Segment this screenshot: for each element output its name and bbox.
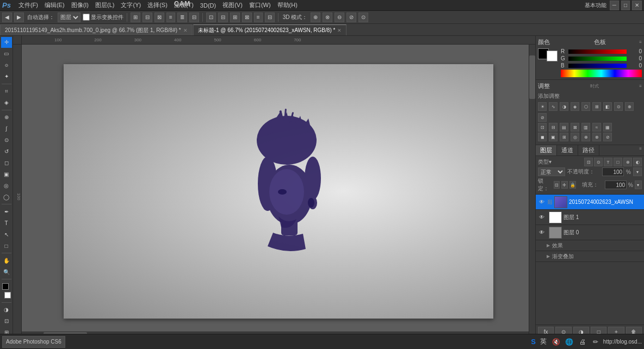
gradient-tool[interactable]: ▣	[1, 169, 12, 179]
distrib-6[interactable]: ⊟	[265, 13, 275, 22]
adj-threshold[interactable]: ⊟	[549, 123, 558, 132]
close-btn[interactable]: ✕	[632, 1, 642, 10]
adj-curves2[interactable]: ≈	[592, 123, 601, 132]
3d-btn-1[interactable]: ⊕	[311, 13, 320, 22]
distrib-3[interactable]: ⊞	[230, 13, 240, 22]
brush-tool[interactable]: ∫	[1, 123, 12, 134]
menu-view[interactable]: 视图(V)	[219, 0, 246, 10]
layer-2-visibility[interactable]: 👁	[538, 229, 546, 236]
3d-btn-4[interactable]: ⊘	[346, 13, 356, 22]
tab-paths[interactable]: 路径	[578, 145, 599, 155]
adj-curves[interactable]: ∿	[549, 102, 558, 111]
text-tool[interactable]: T	[1, 217, 12, 228]
lock-position[interactable]: ✛	[561, 181, 567, 189]
mask-mode[interactable]: ◑	[1, 304, 12, 315]
tab-channels[interactable]: 通道	[557, 145, 578, 155]
fill-arrow[interactable]: ▾	[635, 180, 642, 189]
tab-1[interactable]: 20151101195149_Aks2h.thumb.700_0.jpeg @ …	[0, 24, 193, 35]
layer-1-visibility[interactable]: 👁	[538, 214, 546, 221]
r-slider[interactable]	[568, 49, 627, 54]
adj-smart-object[interactable]: ◎	[571, 133, 579, 141]
align-mid[interactable]: ≣	[177, 13, 187, 22]
filter-shape[interactable]: □	[614, 158, 622, 166]
blur-tool[interactable]: ◎	[1, 180, 12, 191]
layer-item-0[interactable]: 👁 ⛓ 20150724002623_xAWSN	[536, 195, 644, 210]
filter-text[interactable]: T	[604, 158, 612, 166]
screen-mode[interactable]: ⊡	[1, 316, 12, 327]
tool-options-fwd[interactable]: ▶	[14, 13, 24, 22]
restore-btn[interactable]: □	[621, 1, 630, 10]
opacity-input[interactable]	[602, 167, 624, 176]
dodge-tool[interactable]: ◯	[1, 191, 12, 202]
color-spectrum[interactable]	[561, 70, 642, 77]
marquee-tool[interactable]: ▭	[1, 48, 12, 59]
lock-pixel[interactable]: ⊡	[554, 181, 560, 189]
menu-file[interactable]: 文件(F)	[15, 0, 41, 10]
tab-2-close[interactable]: ✕	[337, 28, 342, 33]
tab-layers[interactable]: 图层	[536, 145, 557, 155]
adj-hue[interactable]: ⬡	[581, 102, 590, 111]
menu-text[interactable]: 文字(Y)	[117, 0, 144, 10]
crop-tool[interactable]: ⌗	[1, 86, 12, 97]
adj-solid-color[interactable]: ◼	[538, 133, 547, 141]
hand-tool[interactable]: ✋	[1, 255, 12, 266]
eyedropper-tool[interactable]: ◈	[1, 97, 12, 108]
lasso-tool[interactable]: ⌾	[1, 60, 12, 71]
effect-item-1[interactable]: ▶ 渐变叠加	[536, 251, 644, 262]
adj-exposure[interactable]: ◑	[560, 102, 568, 111]
path-selection[interactable]: ↖	[1, 229, 12, 240]
menu-select[interactable]: 选择(S)	[144, 0, 171, 10]
adj-levels[interactable]: ▥	[581, 123, 590, 132]
adj-brightness[interactable]: ☀	[538, 102, 547, 111]
foreground-color[interactable]	[2, 283, 9, 290]
blend-mode-select[interactable]: 正常	[538, 167, 565, 176]
show-transform-check[interactable]	[83, 14, 90, 21]
zoom-tool[interactable]: 🔍	[1, 266, 12, 277]
tab-1-close[interactable]: ✕	[183, 28, 188, 33]
3d-btn-3[interactable]: ⊖	[335, 13, 344, 22]
filter-adjust[interactable]: ⊙	[594, 158, 603, 166]
auto-select-dropdown[interactable]: 图层	[58, 13, 81, 22]
filter-smart[interactable]: ⊕	[623, 158, 632, 166]
filter-pixel[interactable]: ⊡	[584, 158, 593, 166]
distrib-5[interactable]: ≡	[254, 13, 263, 22]
adj-selective[interactable]: ⊠	[571, 123, 579, 132]
distrib-v[interactable]: ⊟	[218, 13, 228, 22]
background-color[interactable]	[4, 292, 11, 298]
align-top[interactable]: ≡	[166, 13, 175, 22]
opacity-arrow[interactable]: ▾	[633, 167, 642, 176]
adj-group[interactable]: ⊕	[581, 133, 590, 141]
distrib-4[interactable]: ⊠	[242, 13, 252, 22]
adjustments-menu[interactable]: ≡	[639, 84, 642, 89]
layer-item-2[interactable]: 👁 图层 0	[536, 225, 644, 240]
tool-options-back[interactable]: ◀	[2, 13, 12, 22]
layers-menu[interactable]: ≡	[637, 145, 644, 155]
adj-photo-filter[interactable]: ⊙	[614, 102, 623, 111]
bg-swatch[interactable]	[547, 51, 558, 61]
b-slider[interactable]	[568, 64, 627, 68]
menu-help[interactable]: 帮助(H)	[274, 0, 301, 10]
move-tool[interactable]: ✛	[1, 37, 12, 48]
eraser-tool[interactable]: ◻	[1, 158, 12, 169]
tab-2[interactable]: 未标题-1 @ 66.7% (20150724002623_xAWSN, RGB…	[193, 24, 347, 35]
adj-pattern[interactable]: ⊞	[560, 133, 568, 141]
panel-menu-icon[interactable]: ≡	[639, 40, 642, 45]
lock-all[interactable]: 🔒	[569, 181, 576, 189]
adj-gradient-fill[interactable]: ▣	[549, 133, 558, 141]
align-bottom[interactable]: ⊟	[189, 13, 199, 22]
clone-tool[interactable]: ⊙	[1, 135, 12, 146]
align-right[interactable]: ⊠	[154, 13, 164, 22]
history-brush[interactable]: ↺	[1, 146, 12, 157]
menu-edit[interactable]: 编辑(E)	[41, 0, 68, 10]
adj-vector-mask[interactable]: ⊘	[603, 133, 612, 141]
distrib-h[interactable]: ⊡	[206, 13, 216, 22]
align-center[interactable]: ⊟	[143, 13, 152, 22]
menu-image[interactable]: 图像(I)	[68, 0, 92, 10]
shape-tool[interactable]: □	[1, 240, 12, 251]
layer-0-visibility[interactable]: 👁	[538, 198, 546, 206]
3d-btn-5[interactable]: ⊙	[358, 13, 368, 22]
adj-posterize[interactable]: ⊡	[538, 123, 547, 132]
menu-3d[interactable]: 3D(D)	[197, 0, 219, 10]
adj-vibrance[interactable]: ◈	[571, 102, 579, 111]
minimize-btn[interactable]: ─	[610, 1, 619, 10]
